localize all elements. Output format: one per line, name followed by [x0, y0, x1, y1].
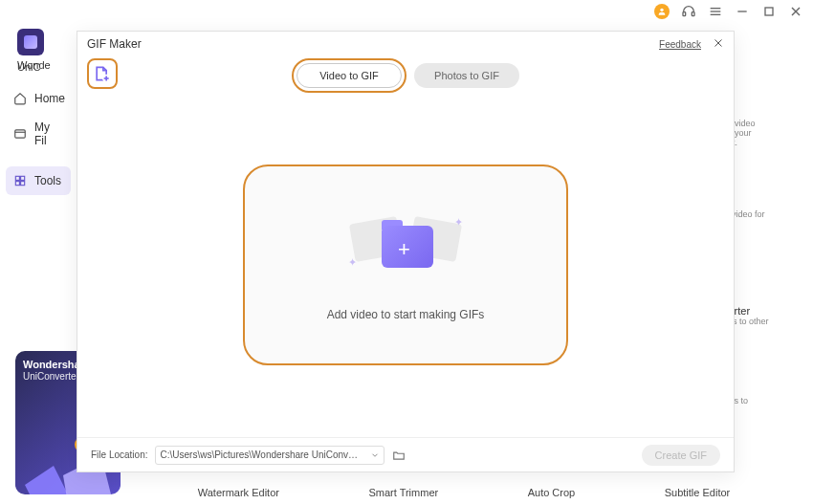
nav-my-files[interactable]: My Fil [0, 113, 77, 155]
bottom-tool-row: Watermark Editor Smart Trimmer Auto Crop… [153, 487, 775, 498]
hamburger-icon[interactable] [708, 4, 723, 19]
tab-group: Video to GIF Photos to GIF [292, 58, 519, 93]
create-gif-button: Create GIF [642, 445, 720, 466]
gif-maker-modal: GIF Maker Feedback Video to GIF Photos t… [77, 31, 735, 472]
svg-rect-12 [15, 176, 19, 180]
svg-rect-7 [765, 8, 773, 15]
tool-autocrop[interactable]: Auto Crop [528, 487, 576, 498]
tab-photos-to-gif[interactable]: Photos to GIF [414, 63, 519, 88]
files-icon [13, 127, 27, 141]
nav-tools[interactable]: Tools [6, 166, 71, 195]
svg-rect-2 [692, 12, 694, 16]
file-location-input[interactable]: C:\Users\ws\Pictures\Wondershare UniConv… [155, 446, 385, 465]
add-file-button[interactable] [87, 58, 118, 89]
svg-rect-15 [21, 182, 25, 186]
home-icon [13, 92, 27, 105]
app-logo [17, 29, 44, 55]
nav-home[interactable]: Home [0, 84, 77, 113]
maximize-button[interactable] [761, 4, 777, 19]
tab-video-to-gif[interactable]: Video to GIF [297, 63, 402, 88]
dropzone-graphic: + ✦ ✦ [348, 208, 463, 285]
tool-trimmer[interactable]: Smart Trimmer [368, 487, 438, 498]
modal-body: + ✦ ✦ Add video to start making GIFs [77, 93, 734, 437]
titlebar [0, 0, 813, 23]
add-file-icon [93, 64, 112, 83]
svg-rect-14 [15, 182, 19, 186]
svg-rect-10 [15, 130, 26, 138]
close-window-button[interactable] [788, 4, 803, 19]
minimize-button[interactable] [735, 4, 750, 19]
modal-close-button[interactable] [713, 35, 724, 53]
headset-icon[interactable] [681, 4, 696, 19]
modal-footer: File Location: C:\Users\ws\Pictures\Wond… [77, 437, 734, 471]
browse-folder-icon[interactable] [392, 449, 406, 462]
nav-files-label: My Fil [34, 121, 63, 147]
file-location-label: File Location: [91, 449, 147, 460]
svg-rect-13 [21, 176, 25, 180]
tools-icon [13, 174, 27, 187]
feedback-link[interactable]: Feedback [659, 39, 701, 50]
modal-header: GIF Maker Feedback [77, 32, 734, 56]
nav-home-label: Home [34, 92, 65, 105]
dropzone-text: Add video to start making GIFs [327, 308, 485, 321]
nav-tools-label: Tools [34, 174, 61, 187]
svg-rect-1 [683, 12, 686, 16]
svg-marker-16 [25, 466, 68, 494]
svg-point-0 [660, 9, 663, 11]
tool-subtitle[interactable]: Subtitle Editor [665, 487, 730, 498]
chevron-down-icon[interactable] [370, 450, 380, 460]
dropzone[interactable]: + ✦ ✦ Add video to start making GIFs [243, 164, 568, 365]
app-name-2: UniC [17, 61, 77, 73]
tab-video-highlight: Video to GIF [292, 58, 406, 93]
modal-toolbar: Video to GIF Photos to GIF [77, 56, 734, 93]
plus-icon: + [398, 237, 410, 262]
file-location-value: C:\Users\ws\Pictures\Wondershare UniConv… [160, 449, 361, 460]
tool-watermark[interactable]: Watermark Editor [198, 487, 279, 498]
modal-title: GIF Maker [87, 37, 142, 51]
user-avatar-icon[interactable] [654, 4, 670, 19]
